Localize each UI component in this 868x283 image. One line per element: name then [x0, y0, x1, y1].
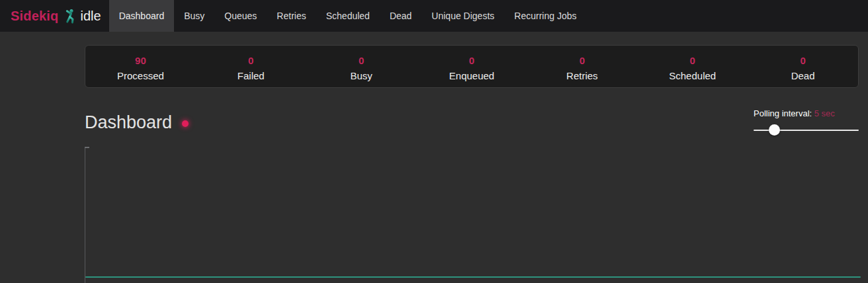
nav-item-busy[interactable]: Busy	[174, 0, 214, 32]
stat-processed[interactable]: 90 Processed	[85, 46, 196, 87]
stat-processed-value: 90	[85, 56, 196, 65]
page-title: Dashboard	[85, 108, 189, 132]
nav-item-queues[interactable]: Queues	[214, 0, 267, 32]
stat-enqueued-value: 0	[417, 56, 527, 65]
navbar: Sidekiq idle Dashboard	[0, 0, 868, 32]
nav-list: Dashboard Busy Queues Retries Scheduled …	[109, 0, 587, 32]
stats-summary-bar: 90 Processed 0 Failed 0 Busy 0 Enqueued …	[85, 45, 859, 88]
realtime-graph	[85, 147, 859, 283]
nav-item-unique-digests[interactable]: Unique Digests	[421, 0, 504, 32]
page-title-text: Dashboard	[85, 113, 172, 132]
live-beacon-icon	[182, 120, 189, 127]
stat-busy[interactable]: 0 Busy	[306, 46, 417, 87]
stat-enqueued[interactable]: 0 Enqueued	[417, 46, 527, 87]
header-row: Dashboard Polling interval: 5 sec	[85, 108, 859, 136]
page-content: 90 Processed 0 Failed 0 Busy 0 Enqueued …	[85, 45, 859, 283]
stat-processed-label: Processed	[85, 71, 196, 81]
stat-failed-value: 0	[196, 56, 306, 65]
nav-item-retries[interactable]: Retries	[267, 0, 316, 32]
stat-scheduled-label: Scheduled	[637, 71, 748, 81]
stat-failed[interactable]: 0 Failed	[196, 46, 306, 87]
stat-dead-label: Dead	[748, 71, 858, 81]
nav-item-recurring-jobs[interactable]: Recurring Jobs	[504, 0, 586, 32]
stat-retries-label: Retries	[527, 71, 637, 81]
stat-enqueued-label: Enqueued	[417, 71, 527, 81]
polling-interval-slider[interactable]	[754, 124, 859, 136]
nav-item-scheduled[interactable]: Scheduled	[316, 0, 380, 32]
slider-thumb[interactable]	[769, 124, 780, 136]
brand-name: Sidekiq	[11, 9, 59, 24]
polling-label: Polling interval: 5 sec	[754, 108, 859, 119]
stat-dead[interactable]: 0 Dead	[748, 46, 858, 87]
graph-flat-line	[85, 276, 861, 278]
polling-value: 5 sec	[814, 108, 835, 118]
stat-busy-label: Busy	[306, 71, 417, 81]
stat-retries-value: 0	[527, 56, 637, 65]
process-status: idle	[81, 9, 101, 24]
nav-item-dashboard[interactable]: Dashboard	[109, 0, 175, 32]
brand-logo[interactable]: Sidekiq idle	[0, 0, 109, 32]
stat-failed-label: Failed	[196, 71, 306, 81]
y-axis-tick	[85, 147, 89, 148]
stat-retries[interactable]: 0 Retries	[527, 46, 637, 87]
stat-scheduled-value: 0	[637, 56, 748, 65]
stat-dead-value: 0	[748, 56, 858, 65]
stat-scheduled[interactable]: 0 Scheduled	[637, 46, 748, 87]
sidekiq-mascot-icon	[64, 9, 76, 24]
polling-widget: Polling interval: 5 sec	[754, 108, 859, 136]
stat-busy-value: 0	[306, 56, 417, 65]
nav-item-dead[interactable]: Dead	[380, 0, 421, 32]
